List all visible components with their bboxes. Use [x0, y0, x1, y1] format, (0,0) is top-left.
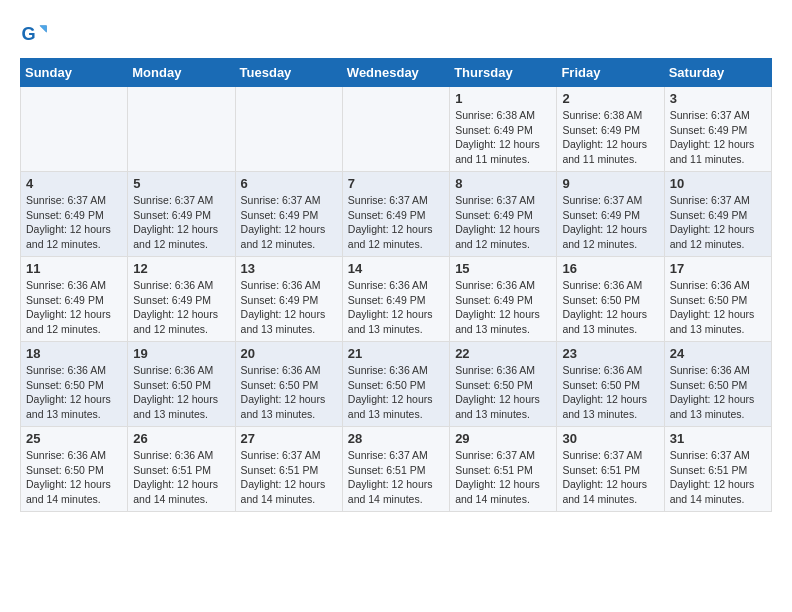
day-number: 9 [562, 176, 658, 191]
calendar-cell: 16Sunrise: 6:36 AM Sunset: 6:50 PM Dayli… [557, 257, 664, 342]
page-header: G [20, 20, 772, 48]
day-number: 5 [133, 176, 229, 191]
calendar-cell: 8Sunrise: 6:37 AM Sunset: 6:49 PM Daylig… [450, 172, 557, 257]
day-number: 30 [562, 431, 658, 446]
calendar-cell: 5Sunrise: 6:37 AM Sunset: 6:49 PM Daylig… [128, 172, 235, 257]
day-info: Sunrise: 6:37 AM Sunset: 6:51 PM Dayligh… [670, 448, 766, 507]
day-info: Sunrise: 6:37 AM Sunset: 6:49 PM Dayligh… [455, 193, 551, 252]
day-number: 21 [348, 346, 444, 361]
calendar-cell: 11Sunrise: 6:36 AM Sunset: 6:49 PM Dayli… [21, 257, 128, 342]
calendar-cell: 27Sunrise: 6:37 AM Sunset: 6:51 PM Dayli… [235, 427, 342, 512]
day-number: 1 [455, 91, 551, 106]
calendar-cell: 24Sunrise: 6:36 AM Sunset: 6:50 PM Dayli… [664, 342, 771, 427]
day-number: 10 [670, 176, 766, 191]
weekday-header-cell: Saturday [664, 59, 771, 87]
day-info: Sunrise: 6:36 AM Sunset: 6:49 PM Dayligh… [241, 278, 337, 337]
calendar-cell: 7Sunrise: 6:37 AM Sunset: 6:49 PM Daylig… [342, 172, 449, 257]
calendar-cell: 17Sunrise: 6:36 AM Sunset: 6:50 PM Dayli… [664, 257, 771, 342]
day-info: Sunrise: 6:37 AM Sunset: 6:49 PM Dayligh… [348, 193, 444, 252]
calendar-week-row: 4Sunrise: 6:37 AM Sunset: 6:49 PM Daylig… [21, 172, 772, 257]
calendar-cell: 28Sunrise: 6:37 AM Sunset: 6:51 PM Dayli… [342, 427, 449, 512]
calendar-cell: 13Sunrise: 6:36 AM Sunset: 6:49 PM Dayli… [235, 257, 342, 342]
calendar-cell: 12Sunrise: 6:36 AM Sunset: 6:49 PM Dayli… [128, 257, 235, 342]
calendar-cell: 9Sunrise: 6:37 AM Sunset: 6:49 PM Daylig… [557, 172, 664, 257]
day-number: 16 [562, 261, 658, 276]
day-info: Sunrise: 6:37 AM Sunset: 6:51 PM Dayligh… [562, 448, 658, 507]
day-number: 17 [670, 261, 766, 276]
day-info: Sunrise: 6:37 AM Sunset: 6:51 PM Dayligh… [348, 448, 444, 507]
svg-text:G: G [21, 24, 35, 44]
calendar-cell [342, 87, 449, 172]
day-number: 20 [241, 346, 337, 361]
calendar-cell: 22Sunrise: 6:36 AM Sunset: 6:50 PM Dayli… [450, 342, 557, 427]
day-info: Sunrise: 6:36 AM Sunset: 6:50 PM Dayligh… [348, 363, 444, 422]
calendar-cell: 23Sunrise: 6:36 AM Sunset: 6:50 PM Dayli… [557, 342, 664, 427]
calendar-cell: 25Sunrise: 6:36 AM Sunset: 6:50 PM Dayli… [21, 427, 128, 512]
day-info: Sunrise: 6:37 AM Sunset: 6:49 PM Dayligh… [562, 193, 658, 252]
calendar-week-row: 18Sunrise: 6:36 AM Sunset: 6:50 PM Dayli… [21, 342, 772, 427]
calendar-cell [128, 87, 235, 172]
day-number: 19 [133, 346, 229, 361]
day-info: Sunrise: 6:37 AM Sunset: 6:49 PM Dayligh… [670, 193, 766, 252]
day-info: Sunrise: 6:36 AM Sunset: 6:50 PM Dayligh… [26, 363, 122, 422]
day-info: Sunrise: 6:36 AM Sunset: 6:50 PM Dayligh… [455, 363, 551, 422]
day-number: 3 [670, 91, 766, 106]
weekday-header-row: SundayMondayTuesdayWednesdayThursdayFrid… [21, 59, 772, 87]
day-info: Sunrise: 6:36 AM Sunset: 6:49 PM Dayligh… [26, 278, 122, 337]
weekday-header-cell: Wednesday [342, 59, 449, 87]
calendar-cell: 31Sunrise: 6:37 AM Sunset: 6:51 PM Dayli… [664, 427, 771, 512]
day-info: Sunrise: 6:36 AM Sunset: 6:49 PM Dayligh… [455, 278, 551, 337]
day-info: Sunrise: 6:37 AM Sunset: 6:49 PM Dayligh… [241, 193, 337, 252]
day-info: Sunrise: 6:36 AM Sunset: 6:50 PM Dayligh… [670, 278, 766, 337]
calendar-cell: 1Sunrise: 6:38 AM Sunset: 6:49 PM Daylig… [450, 87, 557, 172]
logo: G [20, 20, 50, 48]
calendar-table: SundayMondayTuesdayWednesdayThursdayFrid… [20, 58, 772, 512]
day-info: Sunrise: 6:36 AM Sunset: 6:49 PM Dayligh… [348, 278, 444, 337]
weekday-header-cell: Tuesday [235, 59, 342, 87]
calendar-week-row: 11Sunrise: 6:36 AM Sunset: 6:49 PM Dayli… [21, 257, 772, 342]
weekday-header-cell: Thursday [450, 59, 557, 87]
logo-icon: G [20, 20, 48, 48]
day-number: 7 [348, 176, 444, 191]
day-info: Sunrise: 6:36 AM Sunset: 6:50 PM Dayligh… [133, 363, 229, 422]
day-number: 25 [26, 431, 122, 446]
calendar-cell: 20Sunrise: 6:36 AM Sunset: 6:50 PM Dayli… [235, 342, 342, 427]
calendar-week-row: 1Sunrise: 6:38 AM Sunset: 6:49 PM Daylig… [21, 87, 772, 172]
day-number: 23 [562, 346, 658, 361]
day-number: 22 [455, 346, 551, 361]
day-number: 26 [133, 431, 229, 446]
calendar-week-row: 25Sunrise: 6:36 AM Sunset: 6:50 PM Dayli… [21, 427, 772, 512]
calendar-cell: 4Sunrise: 6:37 AM Sunset: 6:49 PM Daylig… [21, 172, 128, 257]
calendar-cell: 14Sunrise: 6:36 AM Sunset: 6:49 PM Dayli… [342, 257, 449, 342]
day-info: Sunrise: 6:37 AM Sunset: 6:49 PM Dayligh… [133, 193, 229, 252]
day-info: Sunrise: 6:36 AM Sunset: 6:50 PM Dayligh… [562, 363, 658, 422]
calendar-cell [21, 87, 128, 172]
calendar-cell: 6Sunrise: 6:37 AM Sunset: 6:49 PM Daylig… [235, 172, 342, 257]
calendar-cell: 15Sunrise: 6:36 AM Sunset: 6:49 PM Dayli… [450, 257, 557, 342]
day-number: 11 [26, 261, 122, 276]
day-info: Sunrise: 6:37 AM Sunset: 6:49 PM Dayligh… [26, 193, 122, 252]
day-number: 27 [241, 431, 337, 446]
day-info: Sunrise: 6:37 AM Sunset: 6:51 PM Dayligh… [241, 448, 337, 507]
day-number: 15 [455, 261, 551, 276]
day-number: 13 [241, 261, 337, 276]
weekday-header-cell: Monday [128, 59, 235, 87]
svg-marker-3 [40, 26, 47, 33]
day-number: 29 [455, 431, 551, 446]
day-number: 8 [455, 176, 551, 191]
day-info: Sunrise: 6:38 AM Sunset: 6:49 PM Dayligh… [562, 108, 658, 167]
calendar-cell: 26Sunrise: 6:36 AM Sunset: 6:51 PM Dayli… [128, 427, 235, 512]
day-info: Sunrise: 6:37 AM Sunset: 6:51 PM Dayligh… [455, 448, 551, 507]
day-info: Sunrise: 6:36 AM Sunset: 6:50 PM Dayligh… [26, 448, 122, 507]
day-info: Sunrise: 6:36 AM Sunset: 6:49 PM Dayligh… [133, 278, 229, 337]
calendar-cell: 2Sunrise: 6:38 AM Sunset: 6:49 PM Daylig… [557, 87, 664, 172]
weekday-header-cell: Friday [557, 59, 664, 87]
calendar-cell: 29Sunrise: 6:37 AM Sunset: 6:51 PM Dayli… [450, 427, 557, 512]
calendar-cell: 19Sunrise: 6:36 AM Sunset: 6:50 PM Dayli… [128, 342, 235, 427]
day-number: 6 [241, 176, 337, 191]
day-info: Sunrise: 6:36 AM Sunset: 6:50 PM Dayligh… [670, 363, 766, 422]
day-number: 2 [562, 91, 658, 106]
day-number: 14 [348, 261, 444, 276]
day-number: 24 [670, 346, 766, 361]
calendar-body: 1Sunrise: 6:38 AM Sunset: 6:49 PM Daylig… [21, 87, 772, 512]
